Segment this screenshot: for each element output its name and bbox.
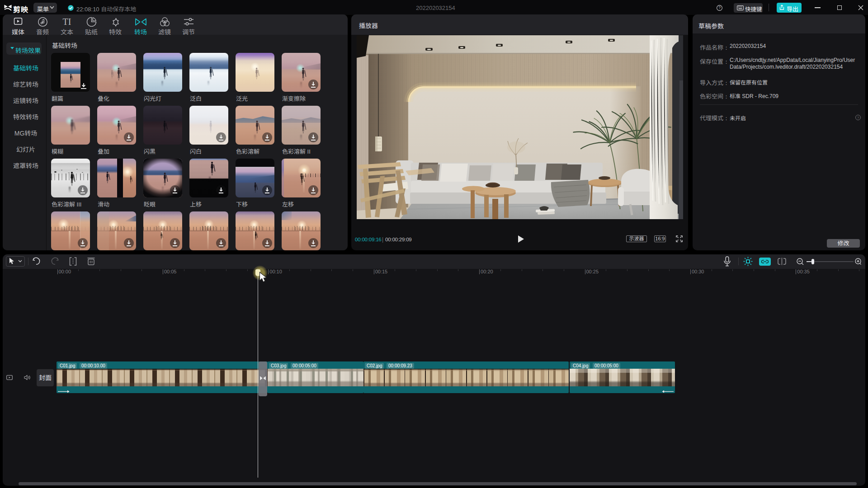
svg-text:?: ? — [857, 116, 859, 120]
svg-text:TI: TI — [63, 17, 71, 27]
svg-text:?: ? — [718, 5, 721, 10]
